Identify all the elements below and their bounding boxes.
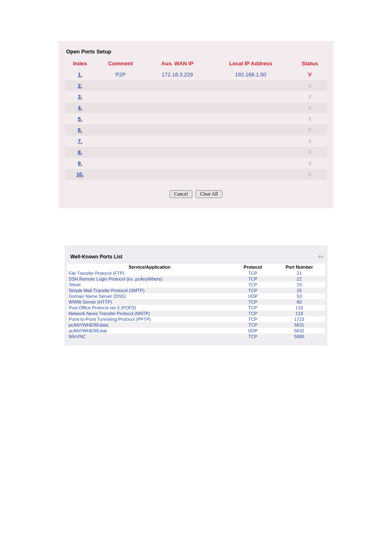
cell-aux-wan-ip — [145, 102, 209, 113]
index-link[interactable]: 8. — [78, 149, 82, 155]
cell-local-ip — [209, 124, 292, 136]
cell-local-ip — [209, 80, 292, 91]
cell-status: X — [292, 113, 327, 124]
cell-port-number: 5632 — [273, 328, 325, 334]
cell-protocol: TCP — [232, 334, 273, 339]
well-known-header-row: Service/Application Protocol Port Number — [67, 264, 325, 270]
cell-aux-wan-ip — [145, 124, 209, 136]
cell-aux-wan-ip — [145, 147, 209, 158]
cell-port-number: 110 — [273, 305, 325, 311]
cell-port-number: 5631 — [273, 322, 325, 328]
cell-port-number: 119 — [273, 311, 325, 316]
cell-protocol: UDP — [232, 293, 273, 299]
cell-service: Simple Mail Transfer Protocol (SMTP) — [67, 288, 232, 293]
cell-port-number: 5900 — [273, 334, 325, 339]
cell-port-number: 21 — [273, 270, 325, 276]
table-row: 1.P2P172.16.3.229192.168.1.50V — [65, 69, 327, 80]
table-row: SSH Remote Login Protocol (ex. pcAnyWher… — [67, 276, 325, 282]
cancel-button[interactable]: Cancel — [170, 190, 192, 198]
index-link[interactable]: 6. — [78, 127, 82, 133]
cell-port-number: 1723 — [273, 316, 325, 322]
cell-local-ip — [209, 113, 292, 124]
cell-local-ip: 192.168.1.50 — [209, 69, 292, 80]
cell-port-number: 25 — [273, 288, 325, 293]
table-row: 6.X — [65, 124, 327, 136]
index-link[interactable]: 5. — [78, 116, 82, 122]
cell-protocol: TCP — [232, 311, 273, 316]
clear-all-button[interactable]: Clear All — [196, 190, 223, 198]
index-link[interactable]: 2. — [78, 83, 82, 89]
table-row: WWW Server (HTTP)TCP80 — [67, 299, 325, 305]
table-row: Domain Name Server (DNS)UDP53 — [67, 293, 325, 299]
cell-protocol: TCP — [232, 270, 273, 276]
cell-status: X — [292, 102, 327, 113]
index-link[interactable]: 7. — [78, 138, 82, 144]
header-protocol: Protocol — [232, 264, 273, 270]
header-index: Index — [65, 58, 95, 69]
table-row: WinVNCTCP5900 — [67, 334, 325, 339]
cell-protocol: TCP — [232, 282, 273, 288]
cell-aux-wan-ip: 172.16.3.229 — [145, 69, 209, 80]
header-status: Status — [292, 58, 327, 69]
cell-protocol: TCP — [232, 288, 273, 293]
cell-service: WinVNC — [67, 334, 232, 339]
table-row: 9.X — [65, 158, 327, 169]
cell-port-number: 80 — [273, 299, 325, 305]
cell-port-number: 53 — [273, 293, 325, 299]
cell-protocol: TCP — [232, 305, 273, 311]
cell-service: Telnet — [67, 282, 232, 288]
cell-service: Point-to-Point Tunneling Protocol (PPTP) — [67, 316, 232, 322]
table-row: File Transfer Protocol (FTP)TCP21 — [67, 270, 325, 276]
cell-comment — [95, 136, 145, 147]
cell-service: Network News Transfer Protocol (NNTP) — [67, 311, 232, 316]
cell-aux-wan-ip — [145, 169, 209, 180]
cell-comment — [95, 80, 145, 91]
cell-local-ip — [209, 136, 292, 147]
table-row: Simple Mail Transfer Protocol (SMTP)TCP2… — [67, 288, 325, 293]
cell-comment: P2P — [95, 69, 145, 80]
index-link[interactable]: 4. — [78, 105, 82, 111]
cell-local-ip — [209, 169, 292, 180]
table-row: 4.X — [65, 102, 327, 113]
cell-service: pcANYWHEREstat — [67, 328, 232, 334]
cell-port-number: 23 — [273, 282, 325, 288]
button-row: Cancel Clear All — [65, 190, 327, 198]
table-row: 2.X — [65, 80, 327, 91]
table-row: 8.X — [65, 147, 327, 158]
index-link[interactable]: 1. — [78, 71, 82, 78]
table-row: TelnetTCP23 — [67, 282, 325, 288]
well-known-inner: Service/Application Protocol Port Number… — [67, 264, 325, 339]
table-row: Post Office Protocol ver.3 (POP3)TCP110 — [67, 305, 325, 311]
cell-status: X — [292, 80, 327, 91]
cell-comment — [95, 147, 145, 158]
cell-service: File Transfer Protocol (FTP) — [67, 270, 232, 276]
header-comment: Comment — [95, 58, 145, 69]
table-row: 7.X — [65, 136, 327, 147]
table-row: 5.X — [65, 113, 327, 124]
cell-service: SSH Remote Login Protocol (ex. pcAnyWher… — [67, 276, 232, 282]
cell-status: X — [292, 169, 327, 180]
cell-local-ip — [209, 147, 292, 158]
cell-local-ip — [209, 102, 292, 113]
cell-local-ip — [209, 158, 292, 169]
back-arrow-icon[interactable]: ⇦ — [318, 253, 323, 260]
table-row: pcANYWHEREdataTCP5631 — [67, 322, 325, 328]
cell-comment — [95, 124, 145, 136]
open-ports-header-row: Index Comment Aux. WAN IP Local IP Addre… — [65, 58, 327, 69]
index-link[interactable]: 3. — [78, 94, 82, 100]
table-row: 3.X — [65, 91, 327, 102]
cell-comment — [95, 169, 145, 180]
cell-service: Domain Name Server (DNS) — [67, 293, 232, 299]
open-ports-title: Open Ports Setup — [65, 45, 327, 58]
cell-aux-wan-ip — [145, 91, 209, 102]
open-ports-table: Index Comment Aux. WAN IP Local IP Addre… — [65, 58, 327, 180]
cell-protocol: UDP — [232, 328, 273, 334]
header-port: Port Number — [273, 264, 325, 270]
cell-protocol: TCP — [232, 299, 273, 305]
table-row: pcANYWHEREstatUDP5632 — [67, 328, 325, 334]
table-row: Point-to-Point Tunneling Protocol (PPTP)… — [67, 316, 325, 322]
cell-port-number: 22 — [273, 276, 325, 282]
cell-protocol: TCP — [232, 322, 273, 328]
index-link[interactable]: 10. — [76, 171, 84, 177]
index-link[interactable]: 9. — [78, 160, 82, 166]
